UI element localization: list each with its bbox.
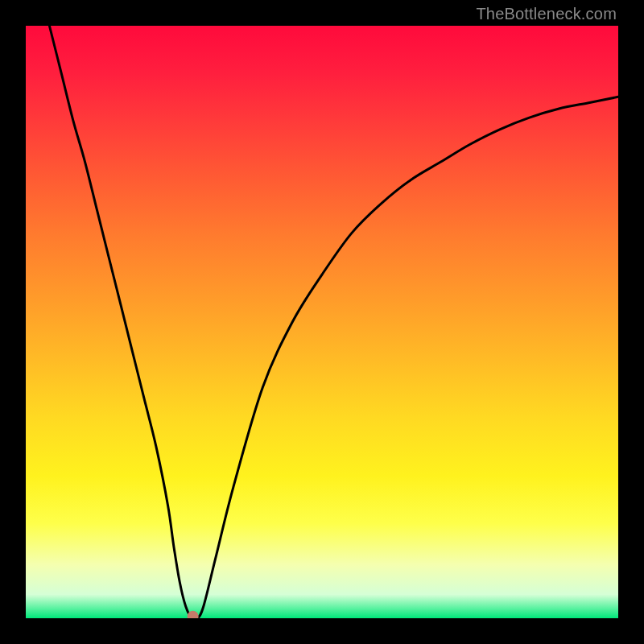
watermark-text: TheBottleneck.com bbox=[476, 5, 617, 23]
chart-frame: TheBottleneck.com bbox=[0, 0, 644, 644]
curve-svg bbox=[26, 26, 618, 618]
bottleneck-curve bbox=[49, 26, 618, 618]
plot-area bbox=[26, 26, 618, 618]
